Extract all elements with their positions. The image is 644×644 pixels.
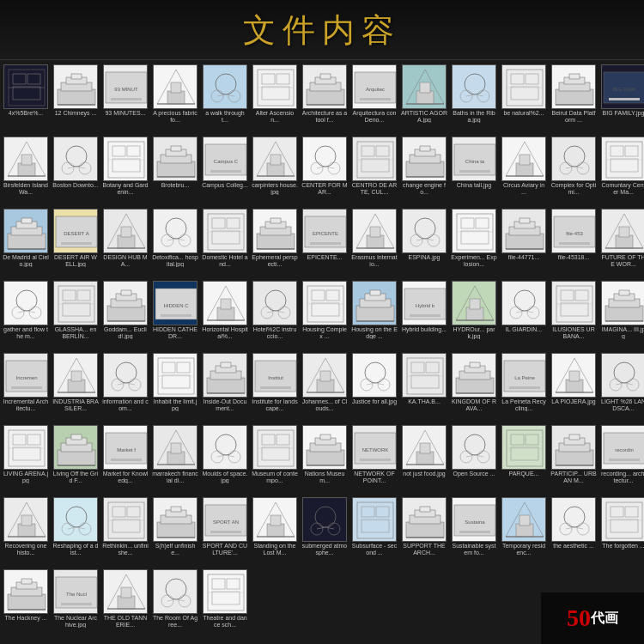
list-item[interactable]: GLASSHA... en BERLÍN... [52, 280, 100, 350]
list-item[interactable]: Theatre and dance sch... [201, 568, 249, 639]
list-item[interactable]: Comuntary Center Ma... [599, 136, 644, 206]
list-item[interactable]: change engine fo... [400, 136, 448, 206]
list-item[interactable]: LIVING ARENA.jpg [2, 424, 50, 495]
list-item[interactable]: HYDROur... park.jpg [450, 280, 498, 350]
list-item[interactable]: gather and flow the m... [2, 280, 50, 350]
list-item[interactable]: 12 Chimneys ... [52, 64, 100, 134]
list-item[interactable]: Goddam... Euclid!.jpg [101, 280, 149, 350]
list-item[interactable]: Beirut Data Platform ... [550, 64, 598, 134]
list-item[interactable]: IL GIARDIN... [500, 280, 548, 350]
list-item[interactable]: FUTURE OF THE WOR... [599, 208, 644, 278]
list-item[interactable]: Arquitec Arquitectura con Deno... [350, 64, 398, 134]
list-item[interactable]: Moulds of space.jpg [201, 424, 249, 495]
list-item[interactable]: Institut Institute for landscape... [251, 352, 299, 422]
list-item[interactable]: La Peine La Peineta Recycling... [500, 352, 548, 422]
list-item[interactable]: not just food.jpg [400, 424, 448, 495]
list-item[interactable]: KINGDOM OF RAVA... [450, 352, 498, 422]
list-item[interactable]: Botany and Gardenin... [101, 136, 149, 206]
list-item[interactable]: 93 MINUT 93 MINUTES... [101, 64, 149, 134]
list-item[interactable]: INDUSTRIA BRASILER... [52, 352, 100, 422]
list-item[interactable]: Campus C Campus Colleg... [201, 136, 249, 206]
list-item[interactable]: Hotel%2C instruccio... [251, 280, 299, 350]
list-item[interactable]: SPORT AN SPORT AND CULTURE'... [201, 496, 249, 567]
list-item[interactable]: PARTICIP... URBAN M... [550, 424, 598, 495]
list-item[interactable]: Market f Market for Knowledg... [101, 424, 149, 495]
list-item[interactable]: The Hackney ... [2, 568, 50, 639]
list-item[interactable]: file-453 file-45318... [550, 208, 598, 278]
list-item[interactable]: Experimen... Explosion... [450, 208, 498, 278]
list-item[interactable]: DESERT A DESERT AIR WELL.jpg [52, 208, 100, 278]
list-item[interactable]: Alter Ascension... [251, 64, 299, 134]
list-item[interactable]: De Madrid al Cielo.jpg [2, 208, 50, 278]
list-item[interactable]: recordin recording... architectur... [599, 424, 644, 495]
svg-rect-346 [470, 362, 480, 368]
list-item[interactable]: Architecture as a tool f... [301, 64, 349, 134]
list-item[interactable]: Birsfelden Island Wa... [2, 136, 50, 206]
list-item[interactable]: Inside-Out Document... [201, 352, 249, 422]
list-item[interactable]: Horizontal Hospital%... [201, 280, 249, 350]
list-item[interactable]: file-44771... [500, 208, 548, 278]
list-item[interactable]: Hybrid b Hybrid building... [400, 280, 448, 350]
file-label: not just food.jpg [401, 471, 447, 477]
list-item[interactable]: Complex for Optimi... [550, 136, 598, 206]
list-item[interactable]: Incremen Incremental Architectu... [2, 352, 50, 422]
list-item[interactable]: Recovering one histo... [2, 496, 50, 567]
list-item[interactable]: carpinters house.jpg [251, 136, 299, 206]
list-item[interactable]: Johannes... of Clouds... [301, 352, 349, 422]
list-item[interactable]: S(h)elf unfinishe... [151, 496, 199, 567]
list-item[interactable]: A precious fabric fo... [151, 64, 199, 134]
list-item[interactable]: BIG FAMI BIG FAMILY.jpg [599, 64, 644, 134]
list-item[interactable]: KA.THA.B... [400, 352, 448, 422]
list-item[interactable]: HIDDEN C HIDDEN CATHEDR... [151, 280, 199, 350]
list-item[interactable]: IMAGINA... III.jpg [599, 280, 644, 350]
list-item[interactable]: PARQUE... [500, 424, 548, 495]
list-item[interactable]: ARTISTIC AGORA.jpg [400, 64, 448, 134]
list-item[interactable]: Sustaina Sustainable system fo... [450, 496, 498, 567]
list-item[interactable]: CENTER FOR MAR... [301, 136, 349, 206]
list-item[interactable]: LIGHT %26 LANDSCA... [599, 352, 644, 422]
list-item[interactable]: Detoxifica... hospital.jpg [151, 208, 199, 278]
list-item[interactable]: Living Off the Grid F... [52, 424, 100, 495]
list-item[interactable]: a walk through t... [201, 64, 249, 134]
list-item[interactable]: Subsurface - second ... [350, 496, 398, 567]
list-item[interactable]: THE OLD TANNERIE... [101, 568, 149, 639]
list-item[interactable]: The Nucl The Nuclear Archive.jpg [52, 568, 100, 639]
list-item[interactable]: Rethinkin... unfinishe... [101, 496, 149, 567]
list-item[interactable]: Open Source ... [450, 424, 498, 495]
list-item[interactable]: submerged atmosphe... [301, 496, 349, 567]
list-item[interactable]: Ephemeral perspecti... [251, 208, 299, 278]
list-item[interactable]: 4x%5Bre%... [2, 64, 50, 134]
svg-text:DESERT A: DESERT A [64, 231, 88, 236]
list-item[interactable]: Boston Downto... [52, 136, 100, 206]
list-item[interactable]: be natural%2... [500, 64, 548, 134]
list-item[interactable]: Justice for all.jpg [350, 352, 398, 422]
list-item[interactable]: ESPINA.jpg [400, 208, 448, 278]
list-item[interactable]: Standing on the Lost M... [251, 496, 299, 567]
list-item[interactable]: information and com... [101, 352, 149, 422]
list-item[interactable]: LA PIOJERA.jpg [550, 352, 598, 422]
list-item[interactable]: Housing on the Edge ... [350, 280, 398, 350]
list-item[interactable]: Brotebru... [151, 136, 199, 206]
list-item[interactable]: the aesthetic ... [550, 496, 598, 567]
list-item[interactable]: SUPPORT THE ARCH... [400, 496, 448, 567]
list-item[interactable]: CENTRO DE ARTE, CUL... [350, 136, 398, 206]
list-item[interactable]: Housing Complex ... [301, 280, 349, 350]
list-item[interactable]: Temporary residenc... [500, 496, 548, 567]
file-label: KA.THA.B... [401, 398, 447, 405]
list-item[interactable]: ILUSIONES URBANA... [550, 280, 598, 350]
list-item[interactable]: Inhabit the limit.jpg [151, 352, 199, 422]
list-item[interactable]: marrakech financial di... [151, 424, 199, 495]
list-item[interactable]: NETWORK NETWORK OF POINT... [350, 424, 398, 495]
list-item[interactable]: The Room Of Agree... [151, 568, 199, 639]
list-item[interactable]: China ta China tall.jpg [450, 136, 498, 206]
list-item[interactable]: Museum of contempo... [251, 424, 299, 495]
list-item[interactable]: Reshaping of a dist... [52, 496, 100, 567]
list-item[interactable]: DESIGN HUB MA... [101, 208, 149, 278]
list-item[interactable]: The forgotten ... [599, 496, 644, 567]
list-item[interactable]: Baths in the Riba.jpg [450, 64, 498, 134]
list-item[interactable]: EPICENTE EPICENTE... [301, 208, 349, 278]
list-item[interactable]: Nations Museum... [301, 424, 349, 495]
list-item[interactable]: Domestic Hotel and... [201, 208, 249, 278]
list-item[interactable]: Circus Aviary in ... [500, 136, 548, 206]
list-item[interactable]: Erasmus Internatio... [350, 208, 398, 278]
